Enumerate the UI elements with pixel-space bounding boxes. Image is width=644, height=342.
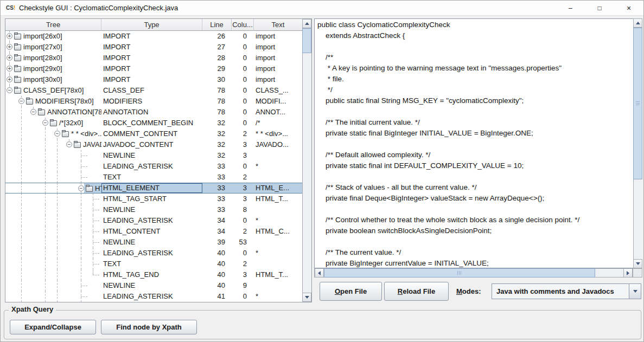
table-row[interactable]: −MODIFIERS[78x0]MODIFIERS780MODIFI... (5, 96, 302, 107)
scrollbar-thumb[interactable] (324, 268, 595, 278)
tree-expanded-handle-icon[interactable]: − (54, 131, 60, 137)
table-row[interactable]: LEADING_ASTERISK410* (5, 291, 302, 302)
cell-type: NEWLINE (101, 280, 202, 291)
table-row[interactable]: LEADING_ASTERISK330* (5, 161, 302, 172)
table-row[interactable]: HTML_CONTENT342HTML_C... (5, 226, 302, 237)
tree-guide-line (21, 204, 22, 215)
source-code-textarea[interactable]: public class CyclomaticComplexityCheck e… (314, 18, 633, 268)
table-row[interactable]: +import[29x0]IMPORT290import (5, 63, 302, 74)
maximize-button[interactable]: □ (587, 1, 612, 16)
tree-expanded-handle-icon[interactable]: − (66, 141, 72, 147)
table-row[interactable]: −* * <div>...COMMENT_CONTENT322* * <div>… (5, 128, 302, 139)
table-row[interactable]: TEXT402 (5, 259, 302, 269)
source-horizontal-scrollbar[interactable] (314, 268, 633, 278)
tree-expanded-handle-icon[interactable]: − (18, 98, 24, 104)
tree-node-folder-icon (14, 88, 21, 94)
tree-collapsed-handle-icon[interactable]: + (7, 55, 12, 61)
code-line: private static final int DEFAULT_COMPLEX… (317, 160, 633, 171)
table-row[interactable]: −HTML_ELEMENT[33x3]HTML_ELEMENT333HTML_E… (5, 183, 302, 193)
tree-collapsed-handle-icon[interactable]: + (7, 66, 12, 72)
table-row[interactable]: +import[30x0]IMPORT300import (5, 74, 302, 85)
table-row[interactable]: −ANNOTATION[78x0]ANNOTATION780ANNOT... (5, 107, 302, 118)
cell-text: HTML_C... (254, 226, 302, 237)
column-header-text[interactable]: Text (254, 19, 302, 31)
cell-line: 26 (202, 31, 232, 42)
scrollbar-thumb[interactable] (633, 28, 642, 179)
tree-guide-line (57, 183, 58, 193)
column-header-type[interactable]: Type (101, 19, 202, 31)
tree-node-label: import[27x0] (23, 42, 62, 53)
tree-guide-line (21, 107, 22, 118)
close-button[interactable]: × (616, 1, 641, 16)
scroll-up-button[interactable] (302, 19, 311, 28)
table-row[interactable]: NEWLINE338 (5, 204, 302, 215)
tree-collapsed-handle-icon[interactable]: + (7, 76, 12, 82)
dropdown-arrow-button[interactable] (629, 284, 641, 299)
tree-expanded-handle-icon[interactable]: − (42, 120, 48, 126)
tree-guide-line (81, 204, 81, 215)
scroll-left-button[interactable] (315, 268, 324, 278)
scroll-up-button[interactable] (633, 18, 642, 28)
cell-type: HTML_ELEMENT (101, 183, 202, 193)
column-header-tree[interactable]: Tree (5, 19, 101, 31)
table-row[interactable]: −CLASS_DEF[78x0]CLASS_DEF780CLASS_... (5, 85, 302, 96)
cell-column: 0 (232, 248, 254, 259)
table-row[interactable]: LEADING_ASTERISK340* (5, 215, 302, 226)
tree-node-folder-icon (14, 77, 21, 83)
table-row[interactable]: NEWLINE409 (5, 280, 302, 291)
tree-guide-line (45, 204, 46, 215)
cell-line: 29 (202, 63, 232, 74)
tree-collapsed-handle-icon[interactable]: + (7, 44, 12, 50)
cell-text: HTML_T... (254, 193, 302, 204)
cell-column: 0 (232, 42, 254, 53)
source-vertical-scrollbar[interactable] (633, 18, 642, 268)
scrollbar-thumb[interactable] (302, 28, 311, 53)
table-row[interactable]: −JAVADOC_CONTENT[32x3]JAVADOC_CONTENT323… (5, 139, 302, 150)
cell-line: 28 (202, 53, 232, 63)
code-line (317, 171, 633, 182)
scroll-down-button[interactable] (302, 293, 311, 302)
table-row[interactable]: TEXT332 (5, 172, 302, 183)
tree-cell (5, 161, 101, 172)
column-header-column[interactable]: Colu... (232, 19, 254, 31)
table-row[interactable]: NEWLINE3953 (5, 237, 302, 248)
table-row[interactable]: NEWLINE323 (5, 150, 302, 161)
tree-collapsed-handle-icon[interactable]: + (7, 33, 12, 39)
scroll-right-button[interactable] (623, 268, 633, 278)
table-row[interactable]: LEADING_ASTERISK400* (5, 248, 302, 259)
cell-type: ANNOTATION (101, 107, 202, 118)
code-line: private final Deque<BigInteger> valueSta… (317, 193, 633, 204)
table-row[interactable]: −/*[32x0]BLOCK_COMMENT_BEGIN320/* (5, 118, 302, 128)
scroll-down-button[interactable] (633, 259, 642, 268)
table-row[interactable]: HTML_TAG_END403HTML_T... (5, 269, 302, 280)
expand-collapse-button[interactable]: Expand/Collapse (10, 320, 96, 334)
cell-line: 30 (202, 74, 232, 85)
open-file-button[interactable]: Open File (320, 282, 382, 301)
table-row[interactable]: HTML_TAG_START333HTML_T... (5, 193, 302, 204)
table-row[interactable]: +import[26x0]IMPORT260import (5, 31, 302, 42)
cell-type: NEWLINE (101, 204, 202, 215)
tree-table-vertical-scrollbar[interactable] (302, 19, 311, 302)
arrow-right-icon (627, 271, 629, 275)
table-row[interactable]: +import[27x0]IMPORT270import (5, 42, 302, 53)
tree-guide-line (45, 193, 46, 204)
column-header-line[interactable]: Line (202, 19, 232, 31)
tree-guide-line (57, 204, 58, 215)
minimize-button[interactable]: − (558, 1, 583, 16)
reload-file-button[interactable]: Reload File (384, 282, 449, 301)
source-panel: public class CyclomaticComplexityCheck e… (314, 18, 642, 302)
cell-type: IMPORT (101, 74, 202, 85)
cell-text: * * <div>... (254, 128, 302, 139)
tree-cell (5, 150, 101, 161)
tree-guide-line (45, 128, 46, 139)
cell-type: IMPORT (101, 53, 202, 63)
tree-expanded-handle-icon[interactable]: − (30, 109, 36, 115)
tree-expanded-handle-icon[interactable]: − (78, 185, 84, 191)
find-node-by-xpath-button[interactable]: Find node by Xpath (101, 320, 197, 334)
cell-text: * (254, 161, 302, 172)
tree-expanded-handle-icon[interactable]: − (7, 87, 12, 93)
tree-guide-line (21, 150, 22, 161)
tree-guide-line (45, 183, 46, 193)
table-row[interactable]: +import[28x0]IMPORT280import (5, 53, 302, 63)
parse-mode-dropdown[interactable]: Java with comments and Javadocs (492, 283, 641, 299)
